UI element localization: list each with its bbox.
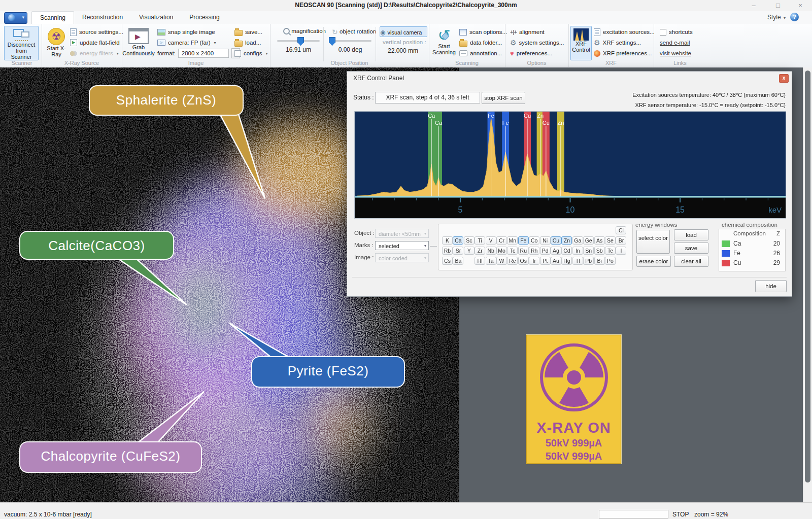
load-button[interactable]: load [674,229,708,240]
element-Te[interactable]: Te [605,247,616,255]
element-Bi[interactable]: Bi [594,257,605,265]
element-Nb[interactable]: Nb [486,247,496,255]
element-Hg[interactable]: Hg [561,257,572,265]
clear-all-button[interactable]: clear all [674,256,708,267]
element-Cd[interactable]: Cd [561,247,572,255]
configs-button[interactable]: configs▾ [234,48,267,58]
system-settings-button[interactable]: ⚙system settings... [510,38,564,48]
start-xray-button[interactable]: ☢ Start X-Ray [45,26,68,59]
xrf-settings-button[interactable]: ⚙XRF settings... [594,38,655,48]
element-Zr[interactable]: Zr [475,247,485,255]
element-I[interactable]: I [616,247,626,255]
maximize-button[interactable]: □ [770,1,786,10]
marks-dropdown[interactable]: selected▾ [375,241,429,250]
select-color-button[interactable]: select color [636,230,670,254]
element-Ni[interactable]: Ni [540,236,551,245]
shortcuts-checkbox[interactable]: shortcuts [660,27,693,37]
element-Cu[interactable]: Cu [551,236,561,245]
element-Mo[interactable]: Mo [496,247,507,255]
element-Os[interactable]: Os [518,257,529,265]
annotation-button[interactable]: annotation... [459,48,507,58]
erase-color-button[interactable]: erase color [636,256,671,267]
energy-filters-button[interactable]: energy filters▾ [70,48,123,58]
element-Zn[interactable]: Zn [561,236,572,245]
help-icon[interactable]: ? [790,13,799,21]
tab-scanning[interactable]: Scanning [31,11,74,24]
element-V[interactable]: V [486,236,496,245]
magnification-slider[interactable] [277,40,320,42]
tab-visualization[interactable]: Visualization [131,11,181,24]
format-value[interactable]: 2800 x 2400 [178,49,229,58]
panel-close-button[interactable]: x [779,74,789,83]
data-folder-button[interactable]: data folder... [459,38,507,48]
element-Po[interactable]: Po [605,257,616,265]
element-Sc[interactable]: Sc [464,236,475,245]
element-Hf[interactable]: Hf [475,257,485,265]
element-W[interactable]: W [496,257,507,265]
application-menu-button[interactable]: ▾ [4,12,27,24]
tab-reconstruction[interactable]: Reconstruction [74,11,131,24]
element-Ru[interactable]: Ru [518,247,529,255]
element-Ga[interactable]: Ga [572,236,583,245]
disconnect-from-scanner-button[interactable]: Disconnect from Scanner [4,26,39,60]
element-Fe[interactable]: Fe [518,236,529,245]
object-rotation-slider-thumb[interactable] [329,37,335,46]
element-Pt[interactable]: Pt [540,257,551,265]
snap-single-image-button[interactable]: snap single image [157,27,240,37]
element-Cr[interactable]: Cr [496,236,507,245]
element-Co[interactable]: Co [529,236,539,245]
element-Ta[interactable]: Ta [486,257,496,265]
start-scanning-button[interactable]: ↺ Start Scanning [431,26,457,59]
excitation-sources-button[interactable]: excitation sources... [594,27,655,37]
save-button[interactable]: save... [234,27,267,37]
element-Au[interactable]: Au [551,257,561,265]
element-Cs[interactable]: Cs [442,257,453,265]
element-Rh[interactable]: Rh [529,247,539,255]
minimize-button[interactable]: – [746,1,761,10]
element-In[interactable]: In [572,247,583,255]
element-Ca[interactable]: Ca [453,236,463,245]
element-Ge[interactable]: Ge [583,236,594,245]
vertical-scrollbar[interactable]: ▼ [803,67,812,509]
element-K[interactable]: K [442,236,453,245]
format-combobox[interactable]: format:2800 x 2400▾ [157,48,240,58]
scrollbar-thumb[interactable] [805,71,810,482]
element-Re[interactable]: Re [507,257,518,265]
source-settings-button[interactable]: source settings... [70,27,123,37]
magnification-slider-thumb[interactable] [297,37,304,46]
element-Sr[interactable]: Sr [453,247,463,255]
element-Se[interactable]: Se [605,236,616,245]
element-Ir[interactable]: Ir [529,257,539,265]
send-email-link[interactable]: send e-mail [660,40,690,46]
visual-camera-button[interactable]: ◉visual camera [380,26,427,37]
update-flat-field-button[interactable]: ▶update flat-field [70,38,123,48]
element-Y[interactable]: Y [464,247,475,255]
object-rotation-slider[interactable] [329,40,371,42]
element-Tl[interactable]: Tl [572,257,583,265]
tab-processing[interactable]: Processing [181,11,227,24]
save-button[interactable]: save [674,243,708,254]
stop-xrf-scan-button[interactable]: stop XRF scan [482,92,525,104]
close-button[interactable]: × [793,1,808,10]
element-Pb[interactable]: Pb [583,257,594,265]
load-button[interactable]: load... [234,38,267,48]
element-Ba[interactable]: Ba [453,257,463,265]
grab-continuously-button[interactable]: ▶ Grab Continuously [124,26,153,59]
element-As[interactable]: As [594,236,605,245]
xrf-preferences-button[interactable]: XRF preferences... [594,48,655,58]
xrf-control-button[interactable]: XRF Control [570,26,592,60]
element-Rb[interactable]: Rb [442,247,453,255]
xrf-spectrum-chart[interactable]: CaCaFeFeCuZnCuZn51015keV [354,111,786,219]
alignment-button[interactable]: +|+alignment [510,27,564,37]
camera-select-button[interactable]: ▷camera: FP (far)▾ [157,38,240,48]
visit-website-link[interactable]: visit website [660,50,691,56]
element-Cl[interactable]: Cl [616,226,626,234]
element-Ti[interactable]: Ti [475,236,485,245]
hide-button[interactable]: hide [755,280,787,292]
element-Pd[interactable]: Pd [540,247,551,255]
element-Sb[interactable]: Sb [594,247,605,255]
object-dropdown[interactable]: diameter <50mm▾ [375,229,429,238]
element-Ag[interactable]: Ag [551,247,561,255]
scan-options-button[interactable]: scan options... [459,27,507,37]
style-menu[interactable]: Style ▾ [767,14,786,21]
